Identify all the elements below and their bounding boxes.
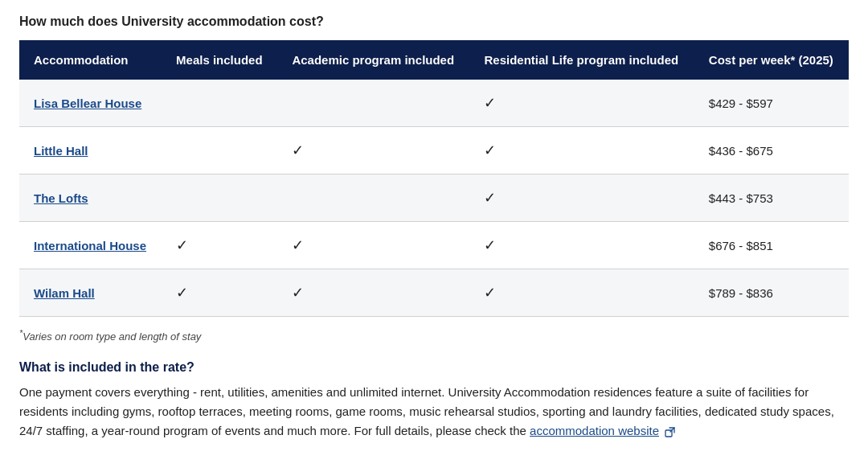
description-text: One payment covers everything - rent, ut… (19, 383, 849, 441)
accommodation-link[interactable]: The Lofts (34, 191, 88, 205)
footnote: *Varies on room type and length of stay (19, 328, 849, 343)
accommodation-website-link[interactable]: accommodation website (530, 424, 659, 437)
accommodation-name[interactable]: The Lofts (19, 174, 162, 222)
residential-checkmark: ✓ (484, 95, 496, 111)
accommodation-table: Accommodation Meals included Academic pr… (19, 40, 849, 317)
meals-cell (162, 174, 277, 222)
academic-cell: ✓ (277, 269, 469, 317)
page-title: How much does University accommodation c… (19, 14, 849, 29)
residential-checkmark: ✓ (484, 142, 496, 158)
accommodation-name[interactable]: Lisa Bellear House (19, 80, 162, 127)
accommodation-name[interactable]: Wilam Hall (19, 269, 162, 317)
col-header-cost: Cost per week* (2025) (694, 40, 849, 80)
meals-cell (162, 127, 277, 174)
meals-checkmark: ✓ (176, 237, 188, 253)
accommodation-name[interactable]: Little Hall (19, 127, 162, 174)
table-row: Little Hall✓✓$436 - $675 (19, 127, 849, 174)
meals-cell (162, 80, 277, 127)
accommodation-link[interactable]: International House (34, 239, 146, 252)
meals-checkmark: ✓ (176, 285, 188, 301)
academic-checkmark: ✓ (292, 285, 304, 301)
table-row: Wilam Hall✓✓✓$789 - $836 (19, 269, 849, 317)
residential-cell: ✓ (469, 174, 694, 222)
accommodation-link[interactable]: Wilam Hall (34, 286, 95, 300)
accommodation-link[interactable]: Lisa Bellear House (34, 96, 141, 110)
academic-checkmark: ✓ (292, 237, 304, 253)
cost-cell: $443 - $753 (694, 174, 849, 222)
cost-cell: $429 - $597 (694, 80, 849, 127)
residential-checkmark: ✓ (484, 237, 496, 253)
academic-cell: ✓ (277, 127, 469, 174)
academic-cell (277, 174, 469, 222)
residential-cell: ✓ (469, 80, 694, 127)
col-header-academic: Academic program included (277, 40, 469, 80)
meals-cell: ✓ (162, 269, 277, 317)
col-header-meals: Meals included (162, 40, 277, 80)
cost-cell: $436 - $675 (694, 127, 849, 174)
cost-cell: $676 - $851 (694, 222, 849, 269)
cost-cell: $789 - $836 (694, 269, 849, 317)
table-row: The Lofts✓$443 - $753 (19, 174, 849, 222)
residential-cell: ✓ (469, 127, 694, 174)
residential-checkmark: ✓ (484, 190, 496, 206)
residential-cell: ✓ (469, 222, 694, 269)
accommodation-link[interactable]: Little Hall (34, 144, 88, 158)
col-header-residential: Residential Life program included (469, 40, 694, 80)
external-link-icon (665, 427, 675, 437)
section2-heading: What is included in the rate? (19, 360, 849, 375)
accommodation-name[interactable]: International House (19, 222, 162, 269)
academic-cell: ✓ (277, 222, 469, 269)
meals-cell: ✓ (162, 222, 277, 269)
academic-checkmark: ✓ (292, 142, 304, 158)
academic-cell (277, 80, 469, 127)
residential-checkmark: ✓ (484, 285, 496, 301)
table-row: Lisa Bellear House✓$429 - $597 (19, 80, 849, 127)
col-header-accommodation: Accommodation (19, 40, 162, 80)
table-row: International House✓✓✓$676 - $851 (19, 222, 849, 269)
residential-cell: ✓ (469, 269, 694, 317)
